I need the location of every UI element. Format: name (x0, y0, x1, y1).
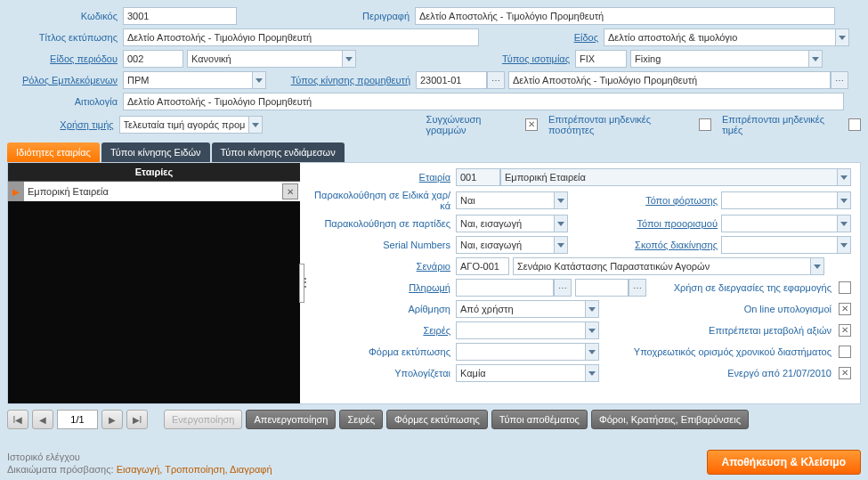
numbering-dropdown[interactable] (585, 300, 599, 318)
company-row[interactable]: ▶ Εμπορική Εταιρεία ✕ (8, 182, 300, 201)
print-title-input[interactable] (123, 28, 479, 46)
companies-header: Εταιρίες (8, 163, 300, 182)
scenario-name-input[interactable] (513, 257, 810, 275)
company-label[interactable]: Εταιρία (309, 172, 456, 183)
perms-value: Εισαγωγή, Τροποποίηση, Διαγραφή (117, 464, 272, 475)
payment-name-lookup[interactable]: ⋯ (629, 279, 646, 297)
print-form-dropdown[interactable] (585, 343, 599, 361)
load-places-input[interactable] (721, 191, 837, 209)
role-dropdown-btn[interactable] (252, 71, 266, 89)
special-chars-dropdown[interactable] (554, 191, 568, 209)
scenario-dropdown[interactable] (810, 257, 824, 275)
code-label: Κωδικός (7, 11, 123, 21)
load-places-label[interactable]: Τόποι φόρτωσης (568, 195, 721, 206)
numbering-input[interactable] (456, 300, 585, 318)
period-type-label[interactable]: Είδος περιόδου (7, 53, 123, 64)
move-purpose-label[interactable]: Σκοπός διακίνησης (568, 240, 721, 250)
supplier-move-name[interactable] (508, 71, 831, 89)
app-use-checkbox[interactable] (839, 281, 851, 294)
rate-name-input[interactable] (630, 50, 808, 68)
perms-label: Δικαιώματα πρόσβασης: (7, 464, 114, 475)
tab-intermediate-move-types[interactable]: Τύποι κίνησης ενδιάμεσων (212, 142, 345, 162)
online-calc-checkbox[interactable] (839, 303, 851, 315)
computed-label: Υπολογίζεται (309, 368, 456, 378)
tab-company-properties[interactable]: Ιδιότητες εταιρίας (7, 142, 100, 162)
company-row-close[interactable]: ✕ (282, 183, 298, 199)
role-input[interactable] (123, 71, 252, 89)
company-name: Εμπορική Εταιρεία (24, 186, 282, 197)
type-dropdown-btn[interactable] (835, 28, 849, 46)
dest-places-dropdown[interactable] (837, 215, 851, 232)
reason-label: Αιτιολογία (7, 96, 123, 107)
stock-types-button[interactable]: Τύποι αποθέματος (491, 410, 588, 429)
move-purpose-input[interactable] (721, 236, 837, 254)
tab-item-move-types[interactable]: Τύποι κίνησης Ειδών (101, 142, 210, 162)
pager-next[interactable]: ▶ (101, 410, 123, 429)
mandatory-time-checkbox[interactable] (839, 346, 851, 358)
serials-dropdown[interactable] (554, 236, 568, 254)
price-use-label[interactable]: Χρήση τιμής (7, 119, 119, 130)
code-input[interactable] (123, 7, 237, 25)
series-dropdown[interactable] (585, 321, 599, 339)
dest-places-label[interactable]: Τόποι προορισμού (568, 218, 721, 229)
zero-val-checkbox[interactable] (848, 118, 861, 131)
special-chars-input[interactable] (456, 191, 554, 209)
supplier-move-code-lookup[interactable]: ⋯ (487, 71, 505, 89)
desc-input[interactable] (415, 7, 835, 25)
serials-input[interactable] (456, 236, 554, 254)
save-close-button[interactable]: Αποθήκευση & Κλείσιμο (707, 450, 862, 475)
merge-lines-checkbox[interactable] (525, 118, 538, 131)
pager-input[interactable] (57, 410, 98, 429)
series-button[interactable]: Σειρές (339, 410, 383, 429)
pager-last[interactable]: ▶I (126, 410, 148, 429)
period-code-input[interactable] (123, 50, 183, 68)
rate-type-label[interactable]: Τύπος ισοτιμίας (356, 53, 575, 64)
activate-button[interactable]: Ενεργοποίηση (164, 410, 242, 429)
reason-input[interactable] (123, 93, 844, 110)
rate-dropdown-btn[interactable] (808, 50, 823, 68)
payment-code-lookup[interactable]: ⋯ (554, 279, 572, 297)
splitter-handle[interactable] (299, 264, 304, 303)
series-input[interactable] (456, 321, 585, 339)
zero-qty-checkbox[interactable] (699, 118, 711, 131)
supplier-move-name-lookup[interactable]: ⋯ (831, 71, 848, 89)
scenario-label[interactable]: Σενάριο (309, 261, 456, 272)
merge-lines-label: Συγχώνευση γραμμών (426, 114, 523, 135)
print-form-label: Φόρμα εκτύπωσης (309, 346, 456, 357)
tab-bar: Ιδιότητες εταιρίας Τύποι κίνησης Ειδών Τ… (7, 142, 861, 162)
pager-first[interactable]: I◀ (7, 410, 28, 429)
value-change-checkbox[interactable] (839, 324, 851, 337)
type-input[interactable] (604, 28, 835, 46)
company-dropdown-btn[interactable] (837, 168, 851, 186)
payment-code-input[interactable] (456, 279, 554, 297)
role-label[interactable]: Ρόλος Εμπλεκόμενων (7, 75, 123, 85)
active-from-checkbox[interactable] (839, 367, 851, 379)
pager-prev[interactable]: ◀ (32, 410, 53, 429)
payment-name-input[interactable] (575, 279, 629, 297)
move-purpose-dropdown[interactable] (837, 236, 851, 254)
taxes-button[interactable]: Φόροι, Κρατήσεις, Επιβαρύνσεις (591, 410, 749, 429)
supplier-move-code[interactable] (416, 71, 487, 89)
scenario-code-input[interactable] (456, 257, 509, 275)
dest-places-input[interactable] (721, 215, 837, 232)
batches-input[interactable] (456, 215, 554, 232)
active-from-label: Ενεργό από 21/07/2010 (599, 368, 835, 378)
series-label[interactable]: Σειρές (309, 325, 456, 336)
period-dropdown-btn[interactable] (342, 50, 356, 68)
price-use-input[interactable] (119, 116, 248, 134)
deactivate-button[interactable]: Απενεργοποίηση (246, 410, 336, 429)
batches-dropdown[interactable] (554, 215, 568, 232)
supplier-move-label[interactable]: Τύπος κίνησης προμηθευτή (266, 75, 416, 85)
computed-dropdown[interactable] (585, 364, 599, 382)
payment-label[interactable]: Πληρωμή (309, 282, 456, 293)
period-name-input[interactable] (187, 50, 342, 68)
print-form-input[interactable] (456, 343, 585, 361)
rate-code-input[interactable] (575, 50, 627, 68)
batches-label: Παρακολούθηση σε παρτίδες (309, 218, 456, 229)
load-places-dropdown[interactable] (837, 191, 851, 209)
computed-input[interactable] (456, 364, 585, 382)
type-label[interactable]: Είδος (479, 32, 604, 43)
zero-qty-label: Επιτρέπονται μηδενικές ποσότητες (548, 114, 695, 135)
print-forms-button[interactable]: Φόρμες εκτύπωσης (386, 410, 488, 429)
price-use-dropdown-btn[interactable] (248, 116, 263, 134)
